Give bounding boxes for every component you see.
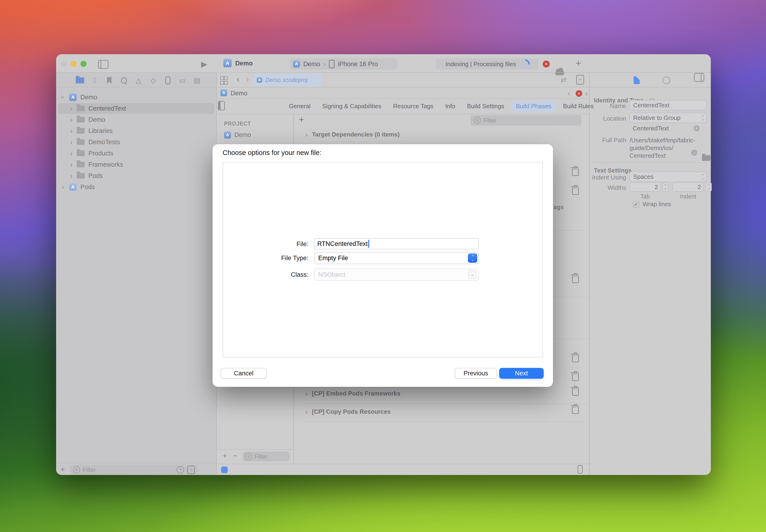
wrap-lines-checkbox-row[interactable]: ✓ Wrap lines xyxy=(633,201,671,208)
scheme-selector[interactable]: A Demo › iPhone 16 Pro xyxy=(290,58,397,70)
cloud-icon[interactable] xyxy=(555,71,565,75)
file-inspector-icon[interactable] xyxy=(634,76,640,84)
tree-item-pods-folder[interactable]: › Pods xyxy=(56,170,216,181)
close-window-button[interactable] xyxy=(61,61,67,67)
swap-editor-icon[interactable]: ⇄ xyxy=(561,76,567,84)
activity-status[interactable]: Indexing | Processing files xyxy=(436,58,539,70)
tree-item-pods-project[interactable]: › A Pods xyxy=(56,182,216,192)
disclosure-chevron-icon[interactable]: › xyxy=(70,139,72,146)
disclosure-chevron-icon[interactable]: › xyxy=(70,116,72,123)
add-build-phase-button[interactable]: + xyxy=(299,115,304,125)
indent-width-stepper[interactable]: ⌃⌄ xyxy=(705,182,712,192)
navigator-toggle-icon[interactable] xyxy=(98,60,108,69)
disclosure-chevron-icon[interactable]: › xyxy=(305,390,308,397)
disclosure-chevron-icon[interactable]: › xyxy=(70,127,72,134)
reports-navigator-icon[interactable]: ▤ xyxy=(192,76,202,85)
add-toolbar-button[interactable]: + xyxy=(576,58,581,68)
tree-item-centeredtext[interactable]: › CenteredText xyxy=(56,103,216,114)
tab-width-stepper[interactable]: ⌃⌄ xyxy=(662,182,669,192)
bookmarks-navigator-icon[interactable] xyxy=(104,76,114,85)
file-name-value: RTNCenteredText xyxy=(317,240,368,248)
project-item[interactable]: A Demo xyxy=(224,131,251,139)
delete-phase-icon[interactable] xyxy=(572,374,579,381)
forward-button[interactable]: › xyxy=(246,74,249,84)
back-button[interactable]: ‹ xyxy=(237,74,240,84)
disclosure-chevron-icon[interactable]: › xyxy=(305,131,308,138)
editor-tab[interactable]: A Demo.xcodeproj xyxy=(253,74,322,86)
tab-signing[interactable]: Signing & Capabilities xyxy=(317,101,386,112)
checkbox-checked-icon[interactable]: ✓ xyxy=(633,201,639,208)
source-control-filter-icon[interactable]: + xyxy=(187,466,195,474)
previous-issue-icon[interactable]: ‹ xyxy=(568,89,570,98)
tab-info[interactable]: Info xyxy=(441,101,460,112)
tree-item-demo-folder[interactable]: › Demo xyxy=(56,114,216,125)
error-badge-icon[interactable]: ✕ xyxy=(543,61,550,68)
delete-phase-icon[interactable] xyxy=(572,169,579,176)
tab-build-phases[interactable]: Build Phases xyxy=(511,101,556,112)
previous-button[interactable]: Previous xyxy=(455,368,497,379)
tab-build-settings[interactable]: Build Settings xyxy=(462,101,509,112)
embed-pods-row[interactable]: › [CP] Embed Pods Frameworks xyxy=(305,390,401,397)
open-path-arrow-icon[interactable]: → xyxy=(691,150,697,156)
editor-sidebar-toggle-icon[interactable] xyxy=(218,101,225,110)
recent-files-filter-icon[interactable] xyxy=(176,466,184,474)
add-file-button[interactable]: + xyxy=(60,465,65,474)
breakpoints-navigator-icon[interactable]: ▭ xyxy=(177,76,187,85)
find-navigator-icon[interactable] xyxy=(119,76,129,85)
tree-item-demo-project[interactable]: › A Demo xyxy=(56,92,216,103)
tree-item-demotests[interactable]: › DemoTests xyxy=(56,137,216,147)
class-combobox[interactable]: NSObject ⌄ xyxy=(314,269,479,281)
disclosure-chevron-icon[interactable]: › xyxy=(70,161,72,168)
disclosure-chevron-icon[interactable]: › xyxy=(62,183,64,191)
disclosure-chevron-icon[interactable]: › xyxy=(70,150,72,157)
device-preview-icon[interactable] xyxy=(578,465,583,474)
delete-phase-icon[interactable] xyxy=(572,388,579,396)
disclosure-chevron-icon[interactable]: › xyxy=(70,105,72,112)
add-editor-icon[interactable]: + xyxy=(576,75,584,85)
clear-group-icon[interactable]: ✕ xyxy=(694,125,700,131)
debug-navigator-icon[interactable] xyxy=(163,76,173,85)
location-dropdown[interactable]: Relative to Group ⌃⌄ xyxy=(630,113,707,123)
copy-pods-row[interactable]: › [CP] Copy Pods Resources xyxy=(305,408,391,415)
delete-phase-icon[interactable] xyxy=(572,276,579,283)
delete-phase-icon[interactable] xyxy=(572,188,579,195)
add-target-button[interactable]: + xyxy=(223,452,227,460)
indent-using-dropdown[interactable]: Spaces ⌃⌄ xyxy=(630,172,707,182)
delete-phase-icon[interactable] xyxy=(572,407,579,414)
tree-item-products[interactable]: › Products xyxy=(56,148,216,159)
target-dependencies-row[interactable]: › Target Dependencies (0 items) xyxy=(305,131,400,138)
disclosure-chevron-icon[interactable]: › xyxy=(59,96,66,98)
choose-folder-icon[interactable] xyxy=(702,155,710,161)
file-type-dropdown[interactable]: Empty File ⌃⌄ xyxy=(314,252,479,264)
zoom-window-button[interactable] xyxy=(80,61,86,67)
changes-navigator-icon[interactable]: ⌷ xyxy=(90,76,100,85)
tab-resource-tags[interactable]: Resource Tags xyxy=(389,101,438,112)
tab-file-icon: A xyxy=(257,77,262,83)
remove-target-button[interactable]: − xyxy=(233,452,237,460)
tree-item-libraries[interactable]: › Libraries xyxy=(56,126,216,136)
quick-help-inspector-icon[interactable] xyxy=(663,77,670,84)
disclosure-chevron-icon[interactable]: › xyxy=(305,408,308,415)
next-issue-icon[interactable]: › xyxy=(585,89,588,98)
project-navigator-icon[interactable] xyxy=(75,76,85,85)
phases-filter-field[interactable]: ≣ Filter xyxy=(471,115,581,126)
cancel-button[interactable]: Cancel xyxy=(221,368,266,379)
name-field[interactable]: CenteredText xyxy=(630,100,707,110)
project-pane-filter-field[interactable]: ≣ Filter xyxy=(243,452,289,461)
next-button[interactable]: Next xyxy=(499,368,544,379)
delete-phase-icon[interactable] xyxy=(572,355,579,362)
minimize-window-button[interactable] xyxy=(71,61,77,67)
issues-navigator-icon[interactable]: △ xyxy=(133,76,144,85)
related-items-icon[interactable] xyxy=(220,76,227,85)
tab-width-field[interactable]: 2 xyxy=(630,182,661,192)
disclosure-chevron-icon[interactable]: › xyxy=(70,172,72,179)
tests-navigator-icon[interactable]: ◇ xyxy=(148,76,158,85)
tree-item-frameworks[interactable]: › Frameworks xyxy=(56,159,216,170)
navigator-filter-field[interactable]: ≣ Filter + xyxy=(70,465,197,475)
tab-general[interactable]: General xyxy=(284,101,315,112)
run-button[interactable]: ▶ xyxy=(201,59,207,69)
issue-badge-icon[interactable]: ✕ xyxy=(576,90,582,97)
file-name-input[interactable]: RTNCenteredText xyxy=(314,238,479,249)
inspector-toggle-icon[interactable] xyxy=(694,73,704,82)
indent-width-field[interactable]: 2 xyxy=(673,182,704,192)
